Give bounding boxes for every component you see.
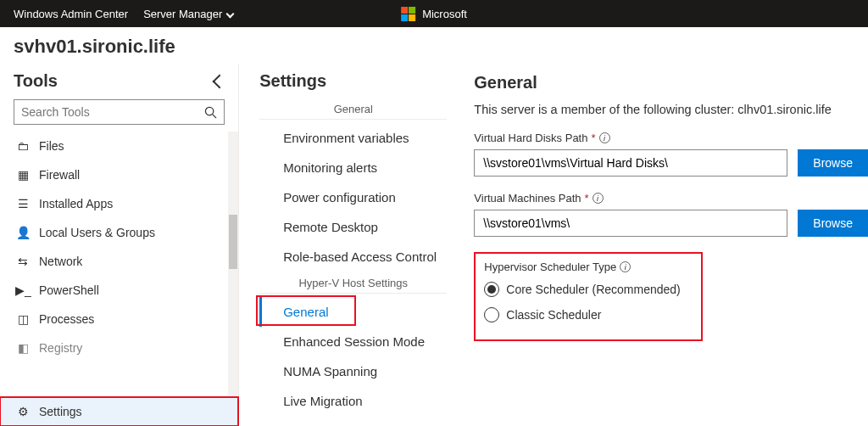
microsoft-brand: Microsoft	[401, 7, 467, 21]
settings-heading: Settings	[259, 71, 447, 91]
settings-monitoring[interactable]: Monitoring alerts	[259, 153, 447, 182]
nav-admin-center[interactable]: Windows Admin Center	[14, 8, 128, 20]
settings-group-general: General	[259, 103, 447, 120]
settings-rbac[interactable]: Role-based Access Control	[259, 242, 447, 272]
cluster-desc: This server is a member of the following…	[474, 103, 868, 116]
firewall-icon: ▦	[15, 168, 31, 182]
nav-server-manager[interactable]: Server Manager	[143, 8, 233, 20]
tools-scrollbar[interactable]	[228, 132, 238, 396]
app-topbar: Windows Admin Center Server Manager Micr…	[0, 0, 868, 27]
scheduler-label: Hypervisor Scheduler Type	[484, 261, 616, 273]
tools-list: 🗀Files ▦Firewall ☰Installed Apps 👤Local …	[0, 132, 238, 396]
settings-remote-desktop[interactable]: Remote Desktop	[259, 212, 447, 242]
tool-powershell[interactable]: ▶_PowerShell	[0, 276, 238, 305]
users-icon: 👤	[15, 226, 31, 239]
scheduler-core-radio[interactable]: Core Scheduler (Recommended)	[484, 277, 680, 302]
tool-local-users[interactable]: 👤Local Users & Groups	[0, 218, 238, 247]
detail-panel: General This server is a member of the f…	[459, 64, 868, 426]
scheduler-classic-radio[interactable]: Classic Scheduler	[484, 302, 680, 328]
tool-processes[interactable]: ◫Processes	[0, 305, 238, 334]
tool-installed-apps[interactable]: ☰Installed Apps	[0, 189, 238, 218]
settings-panel: Settings General Environment variables M…	[239, 64, 459, 426]
tool-settings[interactable]: ⚙Settings	[0, 396, 238, 426]
registry-icon: ◧	[15, 341, 31, 355]
files-icon: 🗀	[15, 139, 31, 153]
network-icon: ⇆	[15, 255, 31, 268]
microsoft-logo-icon	[401, 7, 415, 21]
tool-network[interactable]: ⇆Network	[0, 247, 238, 276]
radio-unselected-icon	[484, 307, 499, 322]
apps-icon: ☰	[15, 197, 31, 210]
vm-path-input[interactable]	[474, 210, 787, 237]
tools-scrollbar-thumb[interactable]	[229, 215, 237, 269]
tool-files[interactable]: 🗀Files	[0, 132, 238, 160]
browse-vhd-button[interactable]: Browse	[798, 149, 868, 177]
vhd-path-label: Virtual Hard Disks Path* i	[474, 132, 868, 144]
tools-panel: Tools 🗀Files ▦Firewall ☰Installed Apps 👤…	[0, 64, 239, 426]
gear-icon: ⚙	[15, 405, 31, 418]
tool-firewall[interactable]: ▦Firewall	[0, 160, 238, 189]
detail-heading: General	[474, 73, 868, 92]
browse-vm-button[interactable]: Browse	[798, 210, 868, 237]
radio-selected-icon	[484, 282, 499, 297]
processes-icon: ◫	[15, 312, 31, 326]
settings-group-hyperv: Hyper-V Host Settings	[259, 277, 447, 294]
settings-enhanced-session[interactable]: Enhanced Session Mode	[259, 327, 447, 356]
chevron-down-icon	[226, 9, 235, 18]
info-icon[interactable]: i	[620, 261, 631, 272]
tool-registry[interactable]: ◧Registry	[0, 334, 238, 362]
settings-live-migration[interactable]: Live Migration	[259, 386, 447, 416]
server-name: svhv01.sironic.life	[14, 36, 175, 58]
collapse-tools-icon[interactable]	[213, 74, 227, 88]
settings-hyperv-general[interactable]: General	[259, 297, 447, 327]
info-icon[interactable]: i	[593, 193, 604, 204]
powershell-icon: ▶_	[15, 283, 31, 297]
search-tools-input-wrap[interactable]	[14, 99, 225, 125]
svg-line-1	[213, 114, 216, 117]
settings-numa[interactable]: NUMA Spanning	[259, 356, 447, 386]
info-icon[interactable]: i	[599, 132, 610, 143]
tools-heading: Tools	[14, 71, 58, 91]
settings-env-vars[interactable]: Environment variables	[259, 123, 447, 153]
vhd-path-input[interactable]	[474, 149, 787, 177]
search-icon	[204, 106, 217, 119]
vm-path-label: Virtual Machines Path* i	[474, 192, 868, 205]
server-name-row: svhv01.sironic.life	[0, 27, 868, 64]
search-tools-input[interactable]	[21, 105, 204, 119]
settings-power[interactable]: Power configuration	[259, 182, 447, 212]
svg-point-0	[206, 107, 214, 115]
scheduler-highlight: Hypervisor Scheduler Type i Core Schedul…	[474, 252, 702, 341]
